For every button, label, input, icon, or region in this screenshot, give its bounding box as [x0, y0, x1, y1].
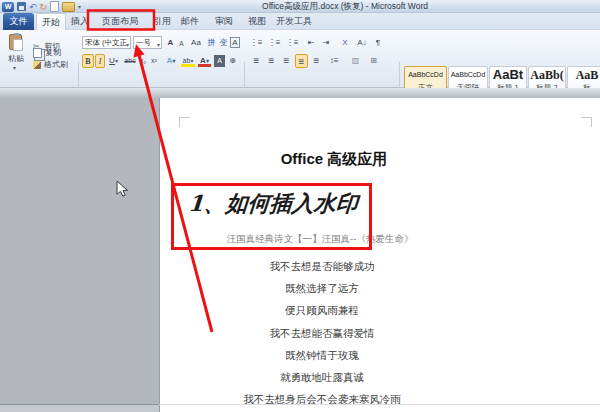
asian-layout-button[interactable]: X	[338, 36, 352, 49]
paste-dropdown-icon[interactable]: ▾	[13, 64, 16, 71]
numbering-button[interactable]: ⋮≡	[266, 36, 282, 49]
poem-line[interactable]: 既然钟情于玫瑰	[160, 349, 484, 363]
sort-button[interactable]: A↓	[354, 36, 370, 49]
tab-mailings[interactable]: 邮件	[176, 13, 204, 30]
poem-line[interactable]: 我不去想能否赢得爱情	[160, 327, 484, 341]
line-spacing-button[interactable]: ↕≡	[326, 54, 342, 68]
enclose-characters-button[interactable]: ⊕	[227, 54, 238, 68]
word-window: W ↶ ↻ ▾ Office高级应用.docx (恢复) - Microsoft…	[0, 0, 600, 412]
copy-label: 复制	[45, 47, 61, 58]
tab-file[interactable]: 文件	[3, 13, 34, 30]
poem-line[interactable]: 就勇敢地吐露真诚	[160, 371, 484, 385]
copy-icon	[33, 48, 42, 58]
highlight-color-bar	[181, 64, 195, 67]
character-scale-button[interactable]: 变	[218, 36, 229, 49]
font-name-select[interactable]: 宋体 (中文正 ▾	[82, 36, 131, 49]
format-painter-button[interactable]: 格式刷	[33, 59, 68, 70]
ribbon-bottom-edge	[0, 88, 600, 98]
style-preview: AaBb(	[529, 67, 565, 83]
font-name-caret-icon: ▾	[126, 40, 129, 49]
paste-label: 粘贴	[2, 53, 30, 64]
new-document-icon[interactable]	[50, 1, 59, 12]
ribbon-tab-bar: 文件 开始 插入 页面布局 引用 邮件 审阅 视图 开发工具	[0, 13, 600, 30]
page-divider-line	[159, 404, 600, 405]
margin-crop-mark	[179, 117, 190, 127]
shrink-font-button[interactable]: A	[177, 37, 186, 50]
style-preview: AaB	[568, 67, 600, 83]
redo-icon[interactable]: ↻	[40, 2, 48, 12]
shading-button[interactable]: ▨	[348, 54, 363, 68]
window-title: Office高级应用.docx (恢复) - Microsoft Word	[90, 0, 600, 13]
qat-dropdown-icon[interactable]: ▾	[78, 3, 81, 10]
font-name-value: 宋体 (中文正	[85, 38, 127, 47]
highlight-color-button[interactable]: ab▾	[180, 54, 196, 68]
tab-developer[interactable]: 开发工具	[272, 13, 316, 30]
workspace-bottom-strip	[0, 404, 159, 412]
underline-button[interactable]: U▾	[106, 54, 121, 68]
poem-line[interactable]: 既然选择了远方	[160, 282, 484, 296]
format-painter-icon	[33, 61, 41, 69]
bold-button[interactable]: B	[82, 54, 94, 68]
tab-review[interactable]: 审阅	[210, 13, 238, 30]
ribbon: 粘贴 ▾ ✂ 剪切 复制 格式刷 剪贴板 ⌟ 宋体 (中文正 ▾ 一号 ▾ A …	[0, 30, 600, 88]
show-hide-marks-button[interactable]: ¶	[372, 36, 384, 49]
change-case-button[interactable]: Aa	[188, 36, 204, 49]
word-app-icon[interactable]: W	[2, 2, 14, 12]
font-size-value: 一号	[136, 38, 151, 47]
multilevel-list-button[interactable]: ⋮≡	[284, 36, 300, 49]
character-border-button[interactable]: A	[230, 37, 240, 48]
document-title[interactable]: Office 高级应用	[160, 150, 508, 169]
margin-crop-mark	[581, 117, 592, 127]
font-color-bar	[198, 64, 211, 67]
style-preview: AaBbCcDd	[449, 67, 487, 83]
tab-insert[interactable]: 插入	[68, 13, 92, 30]
strikethrough-button[interactable]: abc	[123, 54, 137, 68]
quick-access-toolbar: W ↶ ↻ ▾	[2, 1, 81, 12]
tab-view[interactable]: 视图	[243, 13, 271, 30]
increase-indent-button[interactable]: ⇥	[319, 36, 333, 49]
character-shading-button[interactable]: A	[214, 55, 225, 67]
save-icon[interactable]	[17, 2, 26, 11]
document-heading[interactable]: 1、如何插入水印	[172, 189, 374, 219]
paste-button[interactable]: 粘贴 ▾	[2, 32, 30, 78]
paste-clipboard-icon	[9, 34, 22, 50]
tab-references[interactable]: 引用	[150, 13, 174, 30]
undo-icon[interactable]: ↶	[29, 2, 37, 12]
decrease-indent-button[interactable]: ⇤	[304, 36, 318, 49]
text-effects-button[interactable]: A▾	[163, 54, 179, 68]
save-icon-inner	[19, 6, 24, 10]
italic-button[interactable]: I	[95, 54, 105, 68]
align-left-button[interactable]: ≡	[250, 54, 263, 68]
bullets-button[interactable]: ⋮≡	[248, 36, 264, 49]
document-page[interactable]	[159, 98, 600, 412]
poem-line[interactable]: 我不去想是否能够成功	[160, 260, 484, 274]
align-right-button[interactable]: ≡	[280, 54, 293, 68]
font-size-caret-icon: ▾	[157, 40, 160, 49]
distribute-button[interactable]: ≡	[310, 54, 323, 68]
poem-line[interactable]: 便只顾风雨兼程	[160, 304, 484, 318]
font-size-select[interactable]: 一号 ▾	[133, 36, 162, 49]
titlebar: W ↶ ↻ ▾ Office高级应用.docx (恢复) - Microsoft…	[0, 0, 600, 13]
copy-button[interactable]: 复制	[33, 47, 61, 58]
justify-button[interactable]: ≡	[295, 54, 308, 68]
style-preview: AaBbCcDd	[405, 67, 446, 83]
subscript-button[interactable]: x₂	[138, 54, 148, 68]
align-center-button[interactable]: ≡	[265, 54, 278, 68]
open-folder-icon[interactable]	[62, 2, 75, 12]
borders-button[interactable]: ⊞	[366, 54, 381, 68]
phonetic-guide-button[interactable]: 拼	[206, 36, 217, 49]
superscript-button[interactable]: x²	[149, 54, 159, 68]
font-color-button[interactable]: A▾	[197, 54, 212, 68]
tab-page-layout[interactable]: 页面布局	[94, 13, 146, 30]
format-painter-label: 格式刷	[44, 59, 68, 70]
grow-font-button[interactable]: A	[165, 36, 176, 49]
tab-home[interactable]: 开始	[36, 13, 66, 30]
document-subtitle[interactable]: 汪国真经典诗文【一】汪国真--《热爱生命》	[160, 233, 480, 246]
style-preview: AaBt	[490, 67, 526, 83]
